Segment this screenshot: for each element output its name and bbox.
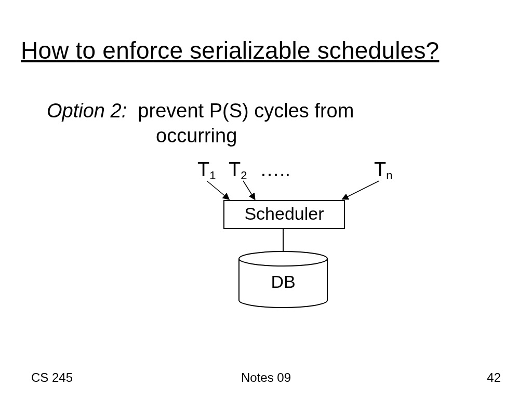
option-line2: occurring [156,124,354,149]
svg-line-2 [343,181,379,199]
dots-label: ….. [260,158,290,181]
option-line1: prevent P(S) cycles from [138,100,354,122]
slide-title: How to enforce serializable schedules? [21,36,439,64]
t2-label: T2 [229,158,247,181]
option-label: Option 2: [47,100,127,122]
footer-notes: Notes 09 [0,370,532,385]
tn-label: Tn [374,158,392,181]
option-text: Option 2: prevent P(S) cycles from occur… [47,99,354,148]
footer-page: 42 [487,370,501,385]
scheduler-box: Scheduler [223,200,345,229]
svg-point-4 [239,251,327,266]
svg-line-0 [207,181,229,199]
db-label: DB [239,272,327,292]
svg-line-1 [243,181,255,199]
t1-label: T1 [197,158,216,181]
